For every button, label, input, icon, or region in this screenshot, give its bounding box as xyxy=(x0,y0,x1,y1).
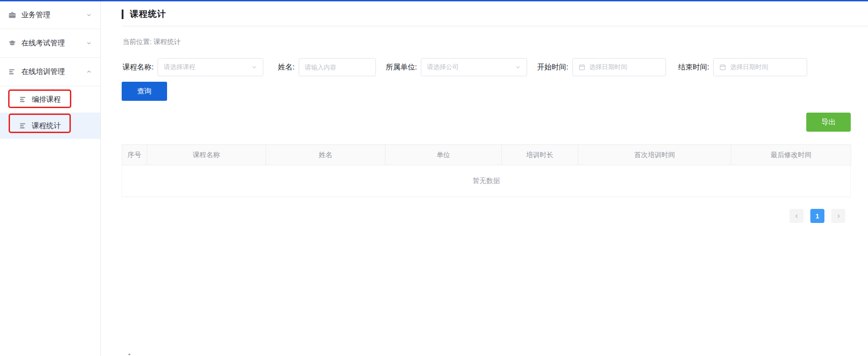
query-button[interactable]: 查询 xyxy=(122,82,167,101)
sidebar: 业务管理 在线考试管理 在线培训管理 xyxy=(0,1,101,356)
name-input-box xyxy=(299,58,376,76)
sidebar-item-label: 编排课程 xyxy=(32,95,100,104)
chevron-down-icon xyxy=(86,12,92,18)
end-time-picker[interactable]: 选择日期时间 xyxy=(713,58,807,76)
list-icon xyxy=(19,95,27,104)
chevron-up-icon xyxy=(86,69,92,75)
title-accent-bar xyxy=(122,10,123,19)
chevron-down-icon xyxy=(86,40,92,46)
previous-page-button[interactable] xyxy=(789,209,804,223)
course-select[interactable]: 请选择课程 xyxy=(158,58,263,76)
start-time-label: 开始时间: xyxy=(537,63,568,72)
empty-state-text: 暂无数据 xyxy=(473,177,500,185)
filter-end-time: 结束时间: 选择日期时间 xyxy=(678,58,807,76)
sidebar-item-label: 在线培训管理 xyxy=(21,67,86,77)
page-number-button[interactable]: 1 xyxy=(810,209,824,223)
column-header-name: 姓名 xyxy=(266,145,385,165)
calendar-icon xyxy=(578,64,586,71)
course-select-placeholder: 请选择课程 xyxy=(163,63,195,71)
unit-label: 所属单位: xyxy=(386,63,417,72)
end-time-placeholder: 选择日期时间 xyxy=(730,63,768,71)
start-time-picker[interactable]: 选择日期时间 xyxy=(572,58,666,76)
column-header-unit: 单位 xyxy=(385,145,502,165)
main-content: 课程统计 当前位置: 课程统计 课程名称: 请选择课程 姓名: xyxy=(101,1,868,356)
breadcrumb-current: 课程统计 xyxy=(153,38,181,45)
chevron-right-icon xyxy=(835,213,842,219)
briefcase-icon xyxy=(8,11,16,19)
unit-select[interactable]: 请选择公司 xyxy=(421,58,527,76)
graduation-cap-icon xyxy=(8,39,16,47)
sidebar-item-online-training-management[interactable]: 在线培训管理 xyxy=(0,58,100,86)
column-header-training-duration: 培训时长 xyxy=(502,145,578,165)
calendar-icon xyxy=(719,64,726,71)
chevron-down-icon xyxy=(515,64,521,70)
sidebar-item-label: 在线考试管理 xyxy=(21,39,86,48)
export-button[interactable]: 导出 xyxy=(806,113,851,132)
course-name-label: 课程名称: xyxy=(123,63,153,72)
sidebar-item-label: 课程统计 xyxy=(32,121,100,131)
clipped-edge-artifact xyxy=(128,354,130,355)
page-title: 课程统计 xyxy=(130,8,166,20)
filter-name: 姓名: xyxy=(278,58,375,76)
column-header-last-modified-time: 最后修改时间 xyxy=(731,145,851,165)
table-empty-state: 暂无数据 xyxy=(122,165,851,197)
sidebar-item-arrange-courses[interactable]: 编排课程 xyxy=(0,86,100,113)
table-header-row: 序号 课程名称 姓名 单位 培训时长 首次培训时间 最后修改时间 xyxy=(122,145,851,165)
end-time-label: 结束时间: xyxy=(678,63,709,72)
filter-bar: 课程名称: 请选择课程 姓名: 所属单位: 请选择公司 xyxy=(123,58,807,76)
list-icon xyxy=(8,68,16,76)
header-divider xyxy=(122,26,868,26)
app-root: 业务管理 在线考试管理 在线培训管理 xyxy=(0,0,868,356)
filter-start-time: 开始时间: 选择日期时间 xyxy=(537,58,666,76)
list-icon xyxy=(19,122,27,130)
breadcrumb: 当前位置: 课程统计 xyxy=(123,38,181,46)
sidebar-item-online-exam-management[interactable]: 在线考试管理 xyxy=(0,29,100,58)
name-label: 姓名: xyxy=(278,63,294,72)
sidebar-item-label: 业务管理 xyxy=(21,10,86,20)
breadcrumb-prefix: 当前位置: xyxy=(123,38,152,45)
column-header-course-name: 课程名称 xyxy=(147,145,266,165)
chevron-down-icon xyxy=(251,64,257,70)
column-header-first-training-time: 首次培训时间 xyxy=(578,145,731,165)
next-page-button[interactable] xyxy=(831,209,845,223)
pagination: 1 xyxy=(789,209,845,223)
sidebar-item-business-management[interactable]: 业务管理 xyxy=(0,1,100,29)
sidebar-item-course-statistics[interactable]: 课程统计 xyxy=(0,113,100,139)
results-table: 序号 课程名称 姓名 单位 培训时长 首次培训时间 最后修改时间 暂无数据 xyxy=(122,144,851,197)
start-time-placeholder: 选择日期时间 xyxy=(589,63,627,71)
filter-unit: 所属单位: 请选择公司 xyxy=(386,58,527,76)
chevron-left-icon xyxy=(794,213,800,219)
column-header-index: 序号 xyxy=(122,145,147,165)
unit-select-placeholder: 请选择公司 xyxy=(427,63,459,71)
filter-course: 课程名称: 请选择课程 xyxy=(123,58,263,76)
name-input[interactable] xyxy=(305,64,370,71)
page-title-row: 课程统计 xyxy=(122,8,166,20)
